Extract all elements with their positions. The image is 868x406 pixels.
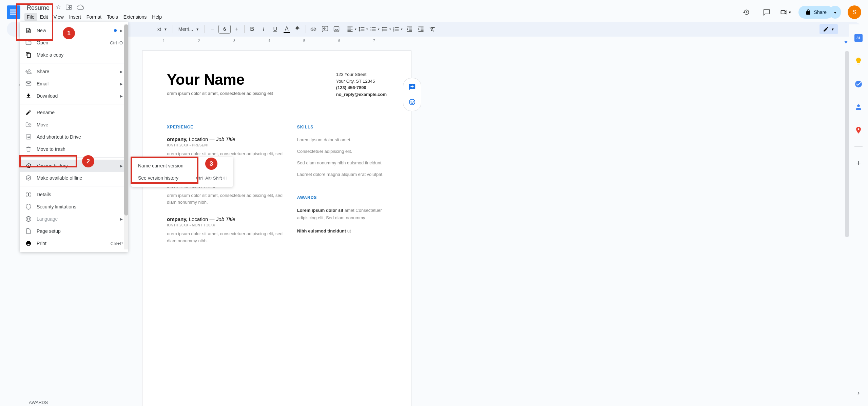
- menu-item-email[interactable]: Email ▶: [20, 78, 128, 90]
- line-spacing-button[interactable]: ▼: [358, 24, 369, 35]
- header-actions: ▼ Share ▼ S: [739, 5, 861, 19]
- menu-item-language[interactable]: Language ▶: [20, 213, 128, 225]
- contacts-addon-icon[interactable]: [852, 100, 865, 114]
- document-scroll-area[interactable]: Your Name orem ipsum dolor sit amet, con…: [14, 44, 868, 406]
- resume-tagline[interactable]: orem ipsum dolor sit amet, consectetuer …: [167, 91, 273, 96]
- menu-item-details[interactable]: Details: [20, 188, 128, 201]
- job-desc[interactable]: orem ipsum dolor sit amet, consectetuer …: [167, 192, 284, 206]
- insert-link-button[interactable]: [308, 24, 319, 35]
- ruler-tab-marker-icon[interactable]: [844, 41, 848, 44]
- hide-sidepanel-button[interactable]: ›: [852, 386, 865, 399]
- job-title[interactable]: ompany, Location — Job Title: [167, 136, 284, 142]
- add-comment-fab[interactable]: [406, 81, 418, 93]
- bulleted-list-button[interactable]: ▼: [381, 24, 392, 35]
- award-item[interactable]: Lorem ipsum dolor sit amet Consectetuer …: [297, 207, 387, 222]
- awards-heading[interactable]: AWARDS: [297, 195, 387, 200]
- maps-addon-icon[interactable]: [852, 123, 865, 137]
- meet-button[interactable]: ▼: [780, 9, 792, 16]
- underline-button[interactable]: U: [270, 24, 281, 35]
- font-select[interactable]: Merri... ▼: [175, 26, 202, 32]
- menu-scrollbar[interactable]: [124, 24, 128, 249]
- skill-item[interactable]: Lorem ipsum dolor sit amet.: [297, 136, 387, 144]
- menu-help[interactable]: Help: [150, 13, 164, 21]
- menu-item-print[interactable]: Print Ctrl+P: [20, 237, 128, 249]
- menu-view[interactable]: View: [51, 13, 66, 21]
- calendar-addon-icon[interactable]: 31: [852, 31, 865, 45]
- file-dropdown-menu: New ▶ Open Ctrl+O Make a copy Share ▶ Em…: [20, 22, 128, 252]
- insert-comment-button[interactable]: [320, 24, 330, 35]
- menu-item-offline[interactable]: Make available offline: [20, 172, 128, 184]
- get-addons-button[interactable]: +: [852, 156, 865, 170]
- text-color-button[interactable]: A: [281, 24, 292, 35]
- resume-contact[interactable]: 123 Your Street Your City, ST 12345 (123…: [336, 71, 387, 98]
- menu-item-download[interactable]: Download ▶: [20, 90, 128, 102]
- document-page[interactable]: Your Name orem ipsum dolor sit amet, con…: [142, 51, 411, 406]
- cloud-status-icon[interactable]: [77, 4, 84, 12]
- menu-tools[interactable]: Tools: [104, 13, 120, 21]
- decrease-font-size-button[interactable]: −: [207, 24, 218, 35]
- menu-item-security[interactable]: Security limitations: [20, 201, 128, 213]
- award-item[interactable]: Nibh euismod tincidunt ut: [297, 227, 387, 235]
- submenu-see-history[interactable]: See version history Ctrl+Alt+Shift+H: [131, 172, 233, 184]
- menu-item-open[interactable]: Open Ctrl+O: [20, 37, 128, 49]
- docs-logo-icon[interactable]: [7, 5, 20, 19]
- submenu-name-version[interactable]: Name current version: [131, 160, 233, 172]
- menu-item-rename[interactable]: Rename: [20, 106, 128, 119]
- move-folder-icon[interactable]: [65, 4, 72, 12]
- italic-button[interactable]: I: [258, 24, 269, 35]
- increase-font-size-button[interactable]: +: [231, 24, 242, 35]
- resume-name[interactable]: Your Name: [167, 71, 273, 88]
- checklist-button[interactable]: ▼: [369, 24, 380, 35]
- vertical-ruler[interactable]: [0, 44, 14, 406]
- info-icon: [25, 191, 32, 198]
- svg-point-1: [26, 176, 31, 180]
- job-title[interactable]: ompany, Location — Job Title: [167, 216, 284, 222]
- menu-item-version-history[interactable]: Version history ▶: [20, 160, 128, 172]
- menu-file[interactable]: File: [24, 13, 37, 21]
- decrease-indent-button[interactable]: [404, 24, 415, 35]
- horizontal-ruler[interactable]: 1 2 3 4 5 6 7: [142, 39, 854, 44]
- skills-heading[interactable]: SKILLS: [297, 125, 387, 129]
- menu-item-share[interactable]: Share ▶: [20, 65, 128, 78]
- align-button[interactable]: ▼: [346, 24, 357, 35]
- share-button[interactable]: Share: [798, 6, 833, 19]
- numbered-list-button[interactable]: ▼: [392, 24, 403, 35]
- insert-image-button[interactable]: [331, 24, 342, 35]
- font-size-input[interactable]: [218, 25, 231, 34]
- history-icon[interactable]: [739, 5, 753, 19]
- menu-item-trash[interactable]: Move to trash: [20, 143, 128, 155]
- tasks-addon-icon[interactable]: [852, 77, 865, 91]
- bold-button[interactable]: B: [247, 24, 257, 35]
- clear-formatting-button[interactable]: [427, 24, 438, 35]
- suggest-emoji-fab[interactable]: [406, 96, 418, 108]
- account-avatar[interactable]: S: [848, 5, 861, 19]
- edit-icon: [25, 109, 32, 116]
- highlight-button[interactable]: [293, 24, 304, 35]
- scrollbar-thumb[interactable]: [845, 51, 849, 237]
- menu-edit[interactable]: Edit: [38, 13, 51, 21]
- menu-item-make-copy[interactable]: Make a copy: [20, 49, 128, 61]
- job-desc[interactable]: orem ipsum dolor sit amet, consectetuer …: [167, 230, 284, 245]
- scrollbar-track[interactable]: [845, 51, 849, 406]
- document-title[interactable]: Resume: [24, 4, 52, 12]
- menu-extensions[interactable]: Extensions: [121, 13, 149, 21]
- menu-item-move[interactable]: Move: [20, 119, 128, 131]
- star-icon[interactable]: ☆: [56, 4, 61, 12]
- menu-format[interactable]: Format: [84, 13, 104, 21]
- skill-item[interactable]: Consectetuer adipiscing elit.: [297, 148, 387, 155]
- skill-item[interactable]: Laoreet dolore magna aliquam erat volutp…: [297, 171, 387, 178]
- menu-insert[interactable]: Insert: [67, 13, 83, 21]
- menu-item-page-setup[interactable]: Page setup: [20, 225, 128, 237]
- share-dropdown-button[interactable]: ▼: [829, 6, 841, 19]
- job-dates[interactable]: IONTH 20XX - MONTH 20XX: [167, 223, 284, 227]
- job-dates[interactable]: IONTH 20XX - PRESENT: [167, 143, 284, 147]
- comments-icon[interactable]: [760, 5, 773, 19]
- increase-indent-button[interactable]: [416, 24, 426, 35]
- keep-addon-icon[interactable]: [852, 54, 865, 68]
- paragraph-style-select[interactable]: xt ▼: [154, 26, 171, 32]
- callout-3: 3: [205, 158, 217, 170]
- experience-heading[interactable]: XPERIENCE: [167, 125, 284, 129]
- skill-item[interactable]: Sed diam nonummy nibh euismod tincidunt.: [297, 159, 387, 167]
- editing-mode-button[interactable]: ▼: [819, 24, 838, 34]
- menu-item-add-shortcut[interactable]: Add shortcut to Drive: [20, 131, 128, 143]
